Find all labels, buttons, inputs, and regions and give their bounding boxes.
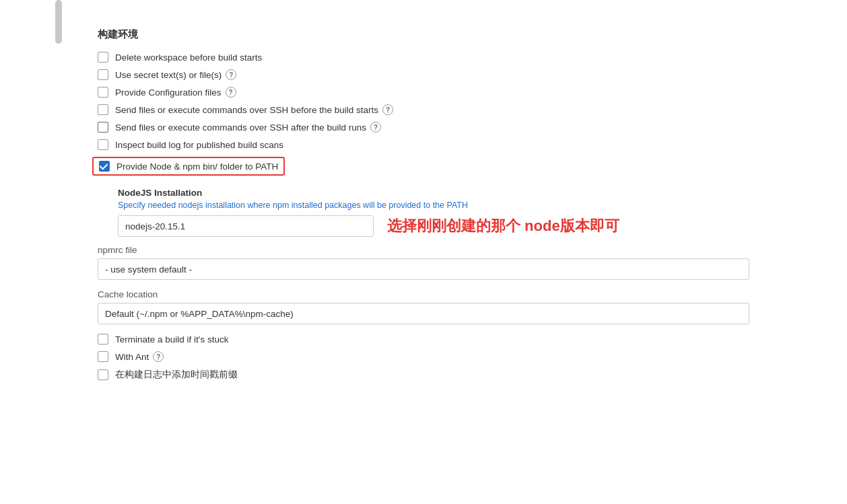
checkbox-row-timestamp: 在构建日志中添加时间戳前缀	[98, 369, 847, 381]
checkbox-label-inspect-log: Inspect build log for published build sc…	[115, 140, 283, 150]
checkbox-label-with-ant: With Ant	[115, 352, 149, 362]
checkbox-provide-config[interactable]	[98, 87, 108, 98]
checkbox-inspect-log[interactable]	[98, 139, 108, 150]
section-title: 构建环境	[98, 28, 847, 41]
checkbox-row-provide-node: Provide Node & npm bin/ folder to PATH	[92, 157, 285, 176]
nodejs-hint: Specify needed nodejs installation where…	[118, 201, 847, 210]
checkbox-terminate[interactable]	[98, 334, 108, 345]
help-icon-with-ant[interactable]: ?	[153, 351, 164, 362]
checkbox-provide-node[interactable]	[99, 161, 110, 172]
checkbox-row-provide-config: Provide Configuration files ?	[98, 87, 847, 98]
npmrc-label: npmrc file	[98, 245, 847, 255]
help-icon-send-files-before[interactable]: ?	[382, 104, 393, 115]
cache-label: Cache location	[98, 289, 847, 299]
checkbox-label-use-secret: Use secret text(s) or file(s)	[115, 70, 222, 80]
nodejs-sublabel: NodeJS Installation	[118, 188, 847, 198]
nodejs-installation-input[interactable]	[118, 215, 374, 237]
checkbox-with-ant[interactable]	[98, 351, 108, 362]
checkbox-label-provide-node: Provide Node & npm bin/ folder to PATH	[116, 161, 278, 172]
checkbox-label-terminate: Terminate a build if it's stuck	[115, 334, 228, 345]
checkbox-row-send-files-before: Send files or execute commands over SSH …	[98, 104, 847, 115]
npmrc-input[interactable]	[98, 258, 749, 280]
checkbox-row-use-secret: Use secret text(s) or file(s) ?	[98, 69, 847, 80]
checkbox-row-inspect-log: Inspect build log for published build sc…	[98, 139, 847, 150]
checkbox-send-files-before[interactable]	[98, 104, 108, 115]
checkbox-label-send-files-before: Send files or execute commands over SSH …	[115, 105, 378, 115]
help-icon-use-secret[interactable]: ?	[226, 69, 236, 80]
checkbox-label-delete-workspace: Delete workspace before build starts	[115, 52, 262, 63]
checkbox-label-send-files-after: Send files or execute commands over SSH …	[115, 122, 366, 133]
checkbox-delete-workspace[interactable]	[98, 52, 108, 63]
checkbox-row-send-files-after: Send files or execute commands over SSH …	[98, 122, 847, 133]
help-icon-send-files-after[interactable]: ?	[370, 122, 381, 133]
cache-group: Cache location	[98, 289, 847, 324]
nodejs-annotation: 选择刚刚创建的那个 node版本即可	[387, 216, 619, 236]
nodejs-subsection: NodeJS Installation Specify needed nodej…	[118, 188, 847, 237]
checkbox-send-files-after[interactable]	[98, 122, 108, 133]
cache-input[interactable]	[98, 303, 749, 324]
help-icon-provide-config[interactable]: ?	[226, 87, 236, 98]
checkbox-row-with-ant: With Ant ?	[98, 351, 847, 362]
checkbox-use-secret[interactable]	[98, 69, 108, 80]
checkbox-row-delete-workspace: Delete workspace before build starts	[98, 52, 847, 63]
checkbox-row-terminate: Terminate a build if it's stuck	[98, 334, 847, 345]
checkbox-timestamp[interactable]	[98, 369, 108, 380]
checkbox-label-provide-config: Provide Configuration files	[115, 87, 222, 98]
npmrc-group: npmrc file	[98, 245, 847, 280]
checkbox-label-timestamp: 在构建日志中添加时间戳前缀	[115, 369, 238, 381]
